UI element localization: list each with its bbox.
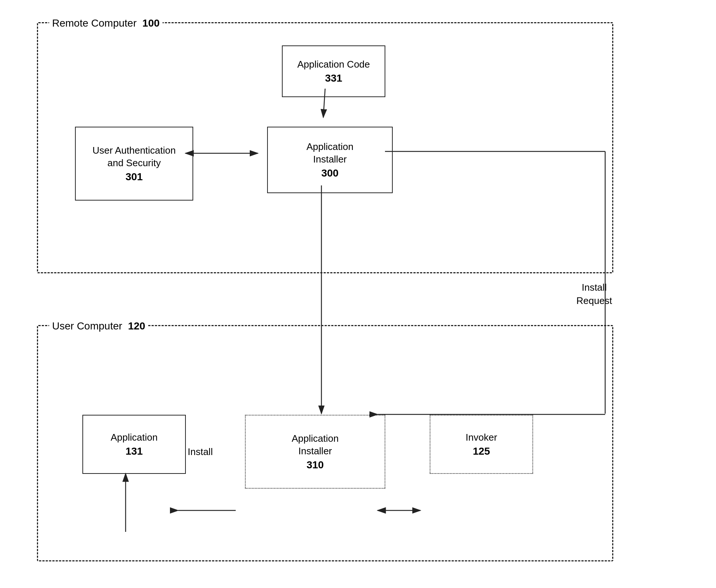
user-auth-number: 301 [126, 171, 143, 183]
app-code-box: Application Code 331 [282, 45, 385, 97]
remote-computer-text: Remote Computer [52, 17, 137, 29]
remote-computer-box: Remote Computer 100 Application Code 331… [37, 22, 613, 273]
user-computer-text: User Computer [52, 320, 122, 332]
invoker-label: Invoker [466, 431, 497, 444]
app-installer-310-label: ApplicationInstaller [291, 433, 338, 458]
app-installer-300-box: ApplicationInstaller 300 [267, 127, 393, 193]
remote-computer-number: 100 [142, 17, 160, 29]
invoker-number: 125 [473, 445, 490, 457]
user-computer-number: 120 [128, 320, 145, 332]
user-computer-box: User Computer 120 ApplicationInstaller 3… [37, 325, 613, 561]
app-code-label: Application Code [297, 58, 370, 71]
app-code-number: 331 [325, 72, 342, 84]
app-installer-310-number: 310 [307, 459, 324, 471]
application-131-label: Application [110, 431, 157, 444]
app-installer-300-label: ApplicationInstaller [306, 141, 353, 166]
app-installer-300-number: 300 [321, 167, 339, 179]
application-131-number: 131 [126, 445, 143, 457]
diagram-container: Remote Computer 100 Application Code 331… [30, 15, 680, 576]
application-131-box: Application 131 [82, 415, 186, 474]
install-label: Install [188, 446, 213, 458]
invoker-box: Invoker 125 [430, 415, 533, 474]
install-request-label: InstallRequest [576, 281, 612, 308]
app-installer-310-box: ApplicationInstaller 310 [245, 415, 385, 489]
user-auth-label: User Authenticationand Security [92, 144, 175, 170]
user-auth-box: User Authenticationand Security 301 [75, 127, 193, 201]
user-computer-label: User Computer 120 [49, 320, 148, 332]
remote-computer-label: Remote Computer 100 [49, 17, 163, 29]
